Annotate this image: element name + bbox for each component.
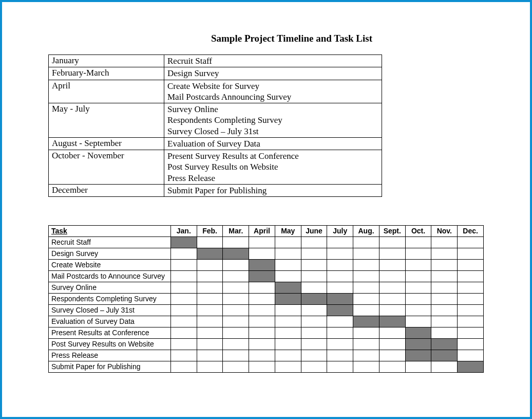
gantt-cell: [197, 361, 223, 373]
gantt-cell: [431, 305, 458, 316]
timeline-period: May - July: [49, 103, 164, 138]
gantt-cell: [249, 237, 275, 248]
gantt-cell: [353, 316, 379, 327]
gantt-cell: [197, 339, 223, 350]
gantt-month-header: May: [275, 226, 301, 237]
gantt-cell: [249, 327, 275, 339]
gantt-cell: [405, 339, 431, 350]
gantt-cell: [431, 350, 458, 361]
timeline-task-item: Survey Online: [167, 104, 378, 115]
gantt-cell: [170, 350, 197, 361]
gantt-cell: [379, 248, 405, 260]
gantt-cell: [197, 237, 223, 248]
timeline-task-item: Evaluation of Survey Data: [167, 138, 378, 149]
gantt-cell: [458, 271, 484, 282]
gantt-cell: [431, 327, 458, 339]
gantt-cell: [223, 237, 249, 248]
gantt-cell: [353, 271, 379, 282]
gantt-cell: [379, 339, 405, 350]
gantt-task-label: Evaluation of Survey Data: [49, 316, 171, 327]
gantt-cell: [327, 260, 353, 271]
gantt-cell: [197, 305, 223, 316]
gantt-cell: [275, 327, 301, 339]
gantt-cell: [405, 260, 431, 271]
gantt-cell: [197, 271, 223, 282]
gantt-cell: [223, 271, 249, 282]
gantt-cell: [249, 282, 275, 294]
gantt-cell: [353, 237, 379, 248]
gantt-cell: [197, 294, 223, 305]
gantt-cell: [275, 260, 301, 271]
gantt-task-label: Submit Paper for Publishing: [49, 361, 171, 373]
gantt-cell: [405, 350, 431, 361]
timeline-tasks: Evaluation of Survey Data: [164, 137, 382, 150]
gantt-cell: [405, 237, 431, 248]
gantt-cell: [431, 339, 458, 350]
gantt-cell: [249, 339, 275, 350]
timeline-period: April: [49, 80, 164, 103]
gantt-cell: [249, 305, 275, 316]
gantt-cell: [327, 248, 353, 260]
timeline-tasks: Survey OnlineRespondents Completing Surv…: [164, 103, 382, 138]
gantt-cell: [170, 260, 197, 271]
gantt-cell: [275, 271, 301, 282]
gantt-cell: [379, 271, 405, 282]
gantt-cell: [431, 271, 458, 282]
gantt-cell: [301, 294, 327, 305]
gantt-row: Survey Closed – July 31st: [49, 305, 484, 316]
gantt-cell: [327, 361, 353, 373]
gantt-cell: [458, 282, 484, 294]
gantt-cell: [353, 350, 379, 361]
gantt-cell: [223, 339, 249, 350]
gantt-cell: [431, 294, 458, 305]
gantt-cell: [170, 361, 197, 373]
gantt-cell: [275, 237, 301, 248]
gantt-task-label: Respondents Completing Survey: [49, 294, 171, 305]
gantt-cell: [327, 339, 353, 350]
gantt-row: Evaluation of Survey Data: [49, 316, 484, 327]
gantt-row: Recruit Staff: [49, 237, 484, 248]
gantt-cell: [223, 305, 249, 316]
gantt-cell: [301, 282, 327, 294]
page-title: Sample Project Timeline and Task List: [100, 33, 484, 44]
gantt-task-label: Create Website: [49, 260, 171, 271]
gantt-cell: [431, 361, 458, 373]
gantt-month-header: July: [327, 226, 353, 237]
gantt-task-label: Survey Closed – July 31st: [49, 305, 171, 316]
gantt-cell: [431, 260, 458, 271]
timeline-task-item: Mail Postcards Announcing Survey: [167, 92, 378, 102]
gantt-cell: [170, 316, 197, 327]
gantt-month-header: Dec.: [458, 226, 484, 237]
timeline-task-item: Design Survey: [167, 68, 378, 79]
gantt-row: Design Survey: [49, 248, 484, 260]
timeline-tasks: Create Website for SurveyMail Postcards …: [164, 80, 382, 103]
gantt-month-header: April: [249, 226, 275, 237]
gantt-cell: [353, 361, 379, 373]
gantt-cell: [327, 237, 353, 248]
gantt-task-label: Mail Postcards to Announce Survey: [49, 271, 171, 282]
gantt-cell: [405, 316, 431, 327]
gantt-cell: [197, 327, 223, 339]
gantt-cell: [249, 294, 275, 305]
gantt-task-label: Present Results at Conference: [49, 327, 171, 339]
gantt-cell: [301, 305, 327, 316]
gantt-cell: [301, 237, 327, 248]
gantt-cell: [301, 350, 327, 361]
gantt-cell: [223, 282, 249, 294]
gantt-month-header: Nov.: [431, 226, 458, 237]
gantt-cell: [458, 361, 484, 373]
timeline-period: January: [49, 55, 164, 67]
gantt-cell: [405, 248, 431, 260]
gantt-month-header: Jan.: [170, 226, 197, 237]
gantt-cell: [275, 350, 301, 361]
gantt-cell: [197, 282, 223, 294]
gantt-cell: [353, 248, 379, 260]
gantt-cell: [170, 305, 197, 316]
gantt-cell: [458, 248, 484, 260]
timeline-tasks: Submit Paper for Publishing: [164, 184, 382, 196]
gantt-cell: [170, 282, 197, 294]
gantt-cell: [249, 248, 275, 260]
gantt-cell: [197, 350, 223, 361]
gantt-task-header: Task: [49, 226, 171, 237]
gantt-task-label: Recruit Staff: [49, 237, 171, 248]
